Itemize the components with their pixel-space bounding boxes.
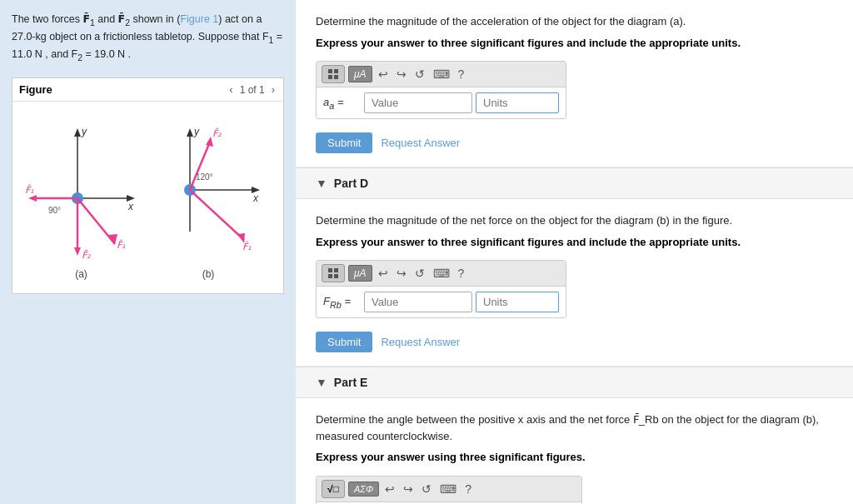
part-e-instructions: Determine the angle between the positive… [316, 412, 833, 444]
part-c-toolbar: μA ↩ ↪ ↺ ⌨ ? [317, 62, 566, 87]
part-c-keyboard-icon[interactable]: ⌨ [431, 66, 452, 82]
part-d-bold-instruction: Express your answer to three significant… [316, 234, 833, 251]
part-d-header: ▼ Part D [296, 167, 853, 199]
part-d-input-label: FRb = [323, 295, 361, 310]
svg-marker-1 [74, 128, 81, 137]
left-panel: The two forces F̄1 and F̄2 shown in (Fig… [0, 0, 296, 504]
svg-text:F̄₁: F̄₁ [242, 241, 252, 252]
svg-rect-36 [334, 268, 338, 272]
part-c-units-input[interactable] [476, 92, 559, 113]
part-e-reset-icon[interactable]: ↺ [419, 481, 434, 497]
figure-section: Figure ‹ 1 of 1 › y x [12, 77, 284, 294]
part-c-reset-icon[interactable]: ↺ [412, 66, 427, 82]
svg-marker-11 [74, 247, 81, 256]
svg-line-24 [190, 140, 211, 190]
part-d-label: Part D [334, 177, 368, 190]
svg-rect-35 [328, 268, 332, 272]
part-e-keyboard-icon[interactable]: ⌨ [437, 481, 459, 497]
part-c-help-icon[interactable]: ? [456, 66, 467, 82]
svg-marker-18 [187, 128, 193, 137]
part-c-input-row: aa = [317, 87, 566, 118]
part-d-undo-icon[interactable]: ↩ [376, 265, 391, 282]
figure-prev-btn[interactable]: ‹ [227, 83, 234, 96]
part-c-redo-icon[interactable]: ↪ [394, 66, 409, 82]
svg-rect-38 [334, 274, 338, 278]
part-e-label: Part E [334, 376, 367, 389]
diagram-a-caption: (a) [75, 268, 87, 280]
svg-rect-37 [328, 274, 332, 278]
part-d-units-input[interactable] [476, 292, 559, 312]
part-c-value-input[interactable] [364, 92, 472, 113]
part-c-bold-instruction: Express your answer to three significant… [316, 35, 833, 52]
svg-line-27 [190, 190, 244, 240]
part-c-request-answer-btn[interactable]: Request Answer [381, 137, 460, 149]
part-e-answer-box: √□ ΑΣΦ ↩ ↪ ↺ ⌨ ? [316, 476, 582, 505]
part-d-redo-icon[interactable]: ↪ [394, 265, 409, 282]
part-c-mu-btn[interactable]: μA [348, 66, 372, 82]
part-e-sigma-btn[interactable]: ΑΣΦ [348, 482, 379, 497]
svg-marker-14 [28, 195, 37, 202]
part-c-grid-icon-btn[interactable] [322, 65, 345, 83]
part-d-reset-icon[interactable]: ↺ [412, 265, 427, 282]
diagram-a-svg: y x F̄₁ F̄₂ [23, 123, 140, 265]
part-d-toggle[interactable]: ▼ [316, 177, 327, 190]
part-c-undo-icon[interactable]: ↩ [376, 66, 391, 82]
part-e-block: Determine the angle between the positive… [296, 398, 853, 504]
part-d-request-answer-btn[interactable]: Request Answer [381, 336, 460, 348]
part-e-help-icon[interactable]: ? [462, 481, 474, 497]
grid-icon [327, 267, 339, 279]
svg-text:y: y [193, 126, 200, 137]
part-d-toolbar: μA ↩ ↪ ↺ ⌨ ? [317, 261, 566, 287]
svg-text:120°: 120° [196, 172, 213, 182]
svg-text:F̄₂: F̄₂ [212, 127, 222, 138]
svg-text:F̄₁: F̄₁ [25, 184, 34, 195]
figure-next-btn[interactable]: › [270, 83, 277, 96]
part-c-answer-box: μA ↩ ↪ ↺ ⌨ ? aa = [316, 61, 566, 119]
svg-text:F̄₁: F̄₁ [117, 239, 126, 250]
svg-rect-31 [328, 69, 332, 73]
svg-rect-33 [328, 75, 332, 79]
part-d-grid-icon-btn[interactable] [322, 264, 345, 282]
grid-icon [327, 68, 339, 80]
right-panel: Determine the magnitude of the accelerat… [296, 0, 853, 504]
part-c-input-label: aa = [323, 96, 361, 111]
svg-text:90°: 90° [48, 206, 61, 215]
part-d-answer-box: μA ↩ ↪ ↺ ⌨ ? FRb = [316, 260, 566, 318]
part-e-toggle[interactable]: ▼ [316, 376, 327, 389]
part-d-btn-row: Submit Request Answer [316, 332, 833, 352]
svg-text:x: x [252, 192, 259, 204]
part-e-undo-icon[interactable]: ↩ [382, 481, 397, 497]
diagram-b-svg: y x F̄₂ F̄₁ 120° [144, 123, 273, 265]
diagram-b-caption: (b) [202, 268, 215, 280]
part-d-block: Determine the magnitude of the net force… [296, 199, 853, 367]
figure-canvas: y x F̄₁ F̄₂ [12, 102, 283, 293]
figure-header: Figure ‹ 1 of 1 › [12, 78, 283, 102]
svg-text:x: x [127, 201, 134, 212]
problem-text: The two forces F̄1 and F̄2 shown in (Fig… [12, 12, 284, 64]
svg-text:F̄₂: F̄₂ [82, 249, 91, 260]
part-e-bold-instruction: Express your answer using three signific… [316, 449, 833, 466]
part-e-header: ▼ Part E [296, 367, 853, 398]
part-d-help-icon[interactable]: ? [456, 265, 467, 282]
svg-text:y: y [81, 126, 87, 137]
svg-line-7 [77, 198, 115, 244]
sqrt-icon: √□ [327, 483, 339, 495]
part-c-instructions: Determine the magnitude of the accelerat… [316, 13, 833, 30]
diagram-a: y x F̄₁ F̄₂ [23, 123, 140, 280]
diagram-b: y x F̄₂ F̄₁ 120° [144, 123, 273, 280]
part-d-value-input[interactable] [364, 292, 472, 312]
svg-rect-34 [334, 75, 338, 79]
part-c-block: Determine the magnitude of the accelerat… [296, 0, 853, 167]
figure-nav: ‹ 1 of 1 › [227, 83, 277, 96]
part-e-sqrt-btn[interactable]: √□ [322, 480, 345, 498]
part-d-submit-btn[interactable]: Submit [316, 332, 372, 352]
part-d-mu-btn[interactable]: μA [348, 265, 372, 282]
part-c-btn-row: Submit Request Answer [316, 132, 833, 153]
figure-page: 1 of 1 [240, 84, 265, 96]
part-d-keyboard-icon[interactable]: ⌨ [431, 265, 452, 282]
part-c-submit-btn[interactable]: Submit [316, 132, 372, 153]
part-e-redo-icon[interactable]: ↪ [401, 481, 416, 497]
figure-link[interactable]: Figure 1 [180, 13, 218, 25]
part-d-input-row: FRb = [317, 287, 566, 317]
figure-label: Figure [19, 83, 52, 96]
